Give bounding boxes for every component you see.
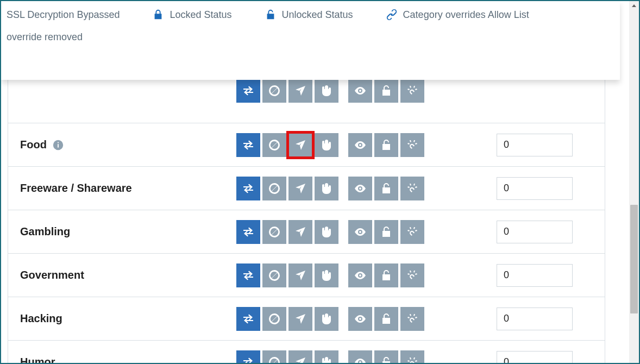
chain-break-icon-button[interactable] (400, 79, 424, 103)
scrollbar[interactable] (629, 1, 639, 363)
view-icon-button[interactable] (348, 307, 372, 331)
bypass-icon (294, 225, 307, 239)
chain-break-icon-button[interactable] (400, 263, 424, 287)
inherit-icon (242, 225, 255, 239)
stop-icon-button[interactable] (315, 350, 338, 365)
action-strip (236, 307, 424, 331)
legend-unlocked-label: Unlocked Status (282, 9, 353, 21)
value-input[interactable] (497, 351, 573, 365)
view-icon (354, 139, 367, 152)
chain-break-icon-button[interactable] (400, 133, 424, 157)
view-icon-button[interactable] (348, 220, 372, 244)
action-strip (236, 177, 424, 200)
action-strip (236, 350, 424, 365)
lock-icon (152, 9, 164, 21)
stop-icon-button[interactable] (315, 177, 338, 200)
bypass-icon-button[interactable] (288, 133, 312, 157)
chain-break-icon-button[interactable] (400, 307, 424, 331)
category-table: FoodFreeware / SharewareGamblingGovernme… (8, 80, 605, 364)
bypass-icon-button[interactable] (288, 350, 312, 365)
block-icon-button[interactable] (262, 133, 286, 157)
table-row: Humor (8, 341, 605, 364)
inherit-icon-button[interactable] (236, 263, 260, 287)
unlock-icon-button[interactable] (374, 307, 398, 331)
bypass-icon-button[interactable] (288, 79, 312, 103)
unlock-icon-button[interactable] (374, 177, 398, 200)
chain-break-icon-button[interactable] (400, 220, 424, 244)
bypass-icon-button[interactable] (288, 177, 312, 200)
bypass-icon-button[interactable] (288, 220, 312, 244)
value-input[interactable] (497, 177, 573, 200)
chain-break-icon (406, 84, 419, 97)
bypass-icon (294, 84, 307, 97)
view-icon (354, 225, 367, 239)
view-icon-button[interactable] (348, 79, 372, 103)
inherit-icon-button[interactable] (236, 350, 260, 365)
inherit-icon (242, 269, 255, 282)
block-icon (268, 312, 281, 325)
unlock-icon-button[interactable] (374, 350, 398, 365)
category-name: Gambling (20, 225, 70, 238)
stop-icon (320, 356, 333, 365)
chain-break-icon (406, 139, 419, 152)
bypass-icon (294, 139, 307, 152)
stop-icon-button[interactable] (315, 220, 338, 244)
view-icon (354, 269, 367, 282)
bypass-icon-button[interactable] (288, 307, 312, 331)
scroll-thumb[interactable] (630, 205, 638, 313)
stop-icon-button[interactable] (315, 263, 338, 287)
view-icon (354, 356, 367, 365)
category-name: Hacking (20, 312, 62, 325)
block-icon-button[interactable] (262, 79, 286, 103)
category-name: Food (20, 139, 47, 151)
view-icon-button[interactable] (348, 133, 372, 157)
bypass-icon (294, 269, 307, 282)
block-icon (268, 269, 281, 282)
block-icon-button[interactable] (262, 177, 286, 200)
unlock-icon (380, 139, 393, 152)
value-input[interactable] (497, 221, 573, 243)
action-strip (236, 133, 424, 157)
inherit-icon (242, 182, 255, 195)
scroll-up-button[interactable] (629, 1, 639, 11)
unlock-icon-button[interactable] (374, 133, 398, 157)
legend-override-removed-label: override removed (7, 32, 83, 42)
chain-break-icon-button[interactable] (400, 177, 424, 200)
block-icon-button[interactable] (262, 307, 286, 331)
unlock-icon (380, 356, 393, 365)
unlock-icon-button[interactable] (374, 220, 398, 244)
inherit-icon-button[interactable] (236, 220, 260, 244)
bypass-icon-button[interactable] (288, 263, 312, 287)
unlock-icon (380, 182, 393, 195)
chain-break-icon-button[interactable] (400, 350, 424, 365)
view-icon-button[interactable] (348, 263, 372, 287)
stop-icon-button[interactable] (315, 79, 338, 103)
value-input[interactable] (497, 264, 573, 287)
inherit-icon-button[interactable] (236, 177, 260, 200)
stop-icon-button[interactable] (315, 133, 338, 157)
block-icon (268, 139, 281, 152)
view-icon-button[interactable] (348, 177, 372, 200)
value-input[interactable] (497, 134, 573, 156)
inherit-icon-button[interactable] (236, 79, 260, 103)
stop-icon-button[interactable] (315, 307, 338, 331)
unlock-icon (380, 269, 393, 282)
table-row: Food (8, 123, 605, 167)
legend-override-allow: Category overrides Allow List (386, 9, 529, 21)
legend-bar: SSL Decryption Bypassed Locked Status Un… (1, 1, 620, 80)
inherit-icon-button[interactable] (236, 307, 260, 331)
info-icon[interactable] (52, 139, 64, 151)
block-icon-button[interactable] (262, 220, 286, 244)
inherit-icon-button[interactable] (236, 133, 260, 157)
legend-unlocked: Unlocked Status (265, 9, 353, 21)
block-icon-button[interactable] (262, 263, 286, 287)
unlock-icon-button[interactable] (374, 79, 398, 103)
value-input[interactable] (497, 307, 573, 330)
chain-break-icon (406, 312, 419, 325)
view-icon (354, 312, 367, 325)
view-icon (354, 182, 367, 195)
view-icon-button[interactable] (348, 350, 372, 365)
stop-icon (320, 139, 333, 152)
unlock-icon-button[interactable] (374, 263, 398, 287)
block-icon-button[interactable] (262, 350, 286, 365)
